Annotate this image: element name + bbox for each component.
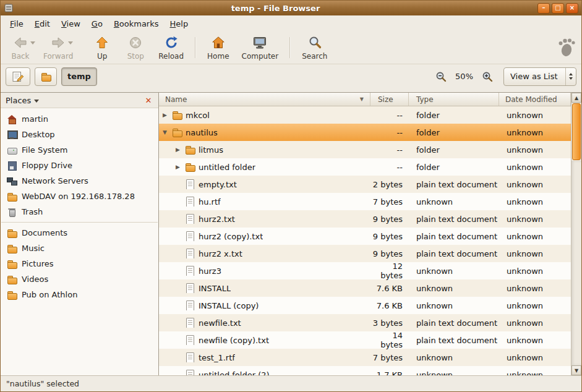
table-row[interactable]: ▶litmus -- folder unknown <box>159 141 571 158</box>
file-browser-window: temp - File Browser – □ × File Edit View… <box>0 0 582 392</box>
minimize-button[interactable]: – <box>537 3 550 14</box>
menubar: File Edit View Go Bookmarks Help <box>1 15 581 32</box>
table-row[interactable]: hu.rtf 7 bytes unknown unknown <box>159 193 571 210</box>
table-row[interactable]: newfile.txt 3 bytes plain text document … <box>159 314 571 331</box>
text-file-icon <box>185 318 195 328</box>
network-icon <box>7 176 17 186</box>
sidebar-item-music[interactable]: Music <box>1 241 158 256</box>
forward-history-dropdown-icon[interactable] <box>68 41 73 45</box>
sidebar-item-pictures[interactable]: Pictures <box>1 256 158 271</box>
stop-label: Stop <box>127 52 144 61</box>
sidebar-item-pub[interactable]: Pub on Athlon <box>1 287 158 302</box>
sidebar-item-videos[interactable]: Videos <box>1 271 158 287</box>
search-button[interactable]: Search <box>296 33 333 62</box>
toolbar-spacer <box>334 33 555 62</box>
type-cell: unknown <box>409 266 499 276</box>
expander-icon[interactable]: ▼ <box>163 129 172 135</box>
table-row[interactable]: newfile (copy).txt 14 bytes plain text d… <box>159 331 571 349</box>
computer-icon <box>252 35 267 51</box>
name-cell: ▶untitled folder <box>159 162 370 172</box>
table-row[interactable]: hurz2.txt 9 bytes plain text document un… <box>159 210 571 228</box>
name-cell: ▶mkcol <box>159 110 370 120</box>
back-history-dropdown-icon[interactable] <box>30 41 35 45</box>
places-close-button[interactable]: ✕ <box>143 95 153 105</box>
zoom-in-icon <box>482 71 493 82</box>
date-cell: unknown <box>499 249 571 258</box>
back-button[interactable]: Back <box>4 33 36 62</box>
name-cell: test_1.rtf <box>159 352 370 362</box>
column-header-name[interactable]: Name▼ <box>159 93 370 106</box>
date-cell: unknown <box>499 353 571 362</box>
maximize-button[interactable]: □ <box>552 3 564 14</box>
table-row-selected[interactable]: ▼nautilus -- folder unknown <box>159 124 571 141</box>
stop-button[interactable]: Stop <box>119 33 152 62</box>
date-cell: unknown <box>499 232 571 241</box>
sidebar-item-label: File System <box>22 145 67 155</box>
table-row[interactable]: INSTALL (copy) 7.6 KB unknown unknown <box>159 297 571 314</box>
zoom-out-button[interactable] <box>433 69 449 85</box>
places-sidebar: Places ✕ martin Desktop File System Flop… <box>1 92 159 375</box>
scrollbar-trough[interactable] <box>571 161 581 365</box>
sidebar-item-label: Videos <box>22 275 48 284</box>
sidebar-item-desktop[interactable]: Desktop <box>1 127 158 142</box>
menu-file[interactable]: File <box>4 17 29 31</box>
expander-icon[interactable]: ▶ <box>176 147 185 153</box>
path-button-temp[interactable]: temp <box>61 67 97 86</box>
sidebar-item-filesystem[interactable]: File System <box>1 142 158 158</box>
sidebar-separator <box>1 222 158 223</box>
status-text: "nautilus" selected <box>6 379 79 388</box>
sidebar-item-webdav[interactable]: WebDAV on 192.168.178.28 <box>1 189 158 204</box>
places-header[interactable]: Places ✕ <box>1 93 158 108</box>
column-header-size[interactable]: Size <box>370 93 409 106</box>
menu-edit[interactable]: Edit <box>29 17 56 31</box>
location-edit-toggle[interactable] <box>6 67 30 86</box>
file-name: newfile (copy).txt <box>199 336 269 345</box>
menu-help[interactable]: Help <box>165 17 194 31</box>
computer-button[interactable]: Computer <box>236 33 285 62</box>
path-button-root[interactable] <box>35 67 57 86</box>
forward-button[interactable]: Forward <box>38 33 79 62</box>
text-file-icon <box>185 179 195 189</box>
menu-bookmarks[interactable]: Bookmarks <box>108 17 165 31</box>
text-file-icon <box>185 283 195 293</box>
sidebar-item-trash[interactable]: Trash <box>1 204 158 219</box>
scroll-down-button[interactable]: ▼ <box>571 365 581 375</box>
table-row[interactable]: untitled folder (2) 1.7 KB unknown unkno… <box>159 366 571 375</box>
reload-button[interactable]: Reload <box>153 33 189 62</box>
close-button[interactable]: × <box>566 3 578 14</box>
home-button[interactable]: Home <box>202 33 234 62</box>
sidebar-item-home[interactable]: martin <box>1 111 158 127</box>
type-cell: unknown <box>409 284 499 293</box>
sidebar-item-documents[interactable]: Documents <box>1 225 158 241</box>
up-button[interactable]: Up <box>86 33 118 62</box>
expander-icon[interactable]: ▶ <box>176 164 185 170</box>
toolbar-separator <box>289 37 291 58</box>
sidebar-item-network[interactable]: Network Servers <box>1 173 158 189</box>
sidebar-item-floppy[interactable]: Floppy Drive <box>1 158 158 173</box>
table-row[interactable]: empty.txt 2 bytes plain text document un… <box>159 176 571 193</box>
menu-view[interactable]: View <box>56 17 86 31</box>
table-row[interactable]: ▶untitled folder -- folder unknown <box>159 158 571 176</box>
table-row[interactable]: ▶mkcol -- folder unknown <box>159 106 571 124</box>
scroll-up-button[interactable]: ▲ <box>571 93 581 103</box>
table-row[interactable]: hurz3 12 bytes unknown unknown <box>159 262 571 279</box>
zoom-in-button[interactable] <box>479 69 495 85</box>
view-mode-select[interactable]: View as List <box>503 67 576 86</box>
table-row[interactable]: test_1.rtf 7 bytes unknown unknown <box>159 349 571 366</box>
table-row[interactable]: INSTALL 7.6 KB unknown unknown <box>159 279 571 297</box>
column-header-date[interactable]: Date Modified <box>499 93 571 106</box>
file-name: hurz3 <box>199 266 221 276</box>
text-file-icon <box>185 300 195 310</box>
column-label: Name <box>165 95 187 104</box>
type-cell: plain text document <box>409 318 499 328</box>
type-cell: folder <box>409 111 499 120</box>
back-icon <box>13 35 28 51</box>
column-header-type[interactable]: Type <box>409 93 499 106</box>
file-name: hurz2 (copy).txt <box>199 232 263 241</box>
menu-go[interactable]: Go <box>86 17 108 31</box>
table-row[interactable]: hurz2 x.txt 9 bytes plain text document … <box>159 245 571 262</box>
scrollbar-thumb[interactable] <box>572 103 581 160</box>
table-row[interactable]: hurz2 (copy).txt 9 bytes plain text docu… <box>159 228 571 245</box>
text-file-icon <box>185 352 195 362</box>
expander-icon[interactable]: ▶ <box>163 112 172 118</box>
